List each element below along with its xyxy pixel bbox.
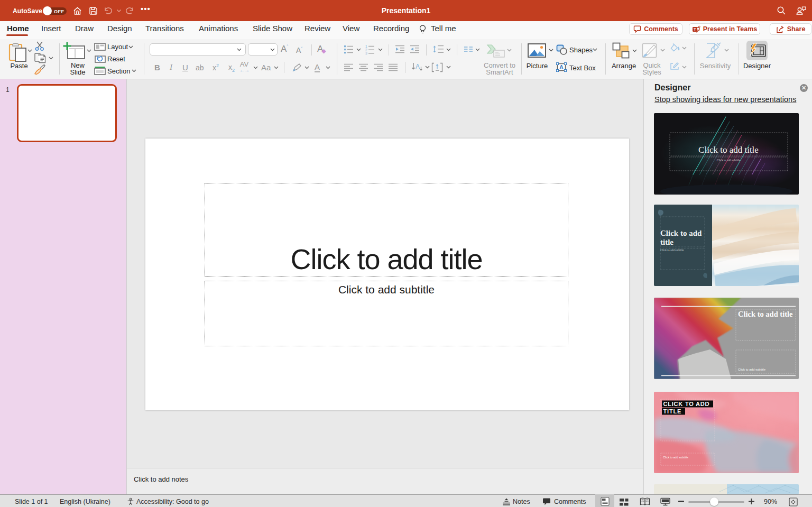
- svg-text:Click to add subtitle: Click to add subtitle: [660, 248, 684, 252]
- svg-text:Click to add subtitle: Click to add subtitle: [717, 159, 741, 162]
- svg-text:TITLE: TITLE: [663, 408, 682, 414]
- svg-text:Click to add title: Click to add title: [698, 145, 759, 155]
- svg-text:title: title: [660, 238, 673, 246]
- svg-text:Click to add subtitle: Click to add subtitle: [738, 368, 766, 371]
- svg-text:A: A: [416, 63, 420, 70]
- svg-text:A: A: [559, 64, 564, 70]
- svg-text:T: T: [694, 27, 696, 32]
- svg-text:Click to add subtitle: Click to add subtitle: [663, 456, 688, 459]
- svg-text:CLICK TO ADD: CLICK TO ADD: [663, 401, 710, 407]
- svg-text:Click to add title: Click to add title: [738, 310, 793, 318]
- svg-text:Click to add: Click to add: [660, 229, 702, 237]
- svg-text:3: 3: [365, 51, 367, 54]
